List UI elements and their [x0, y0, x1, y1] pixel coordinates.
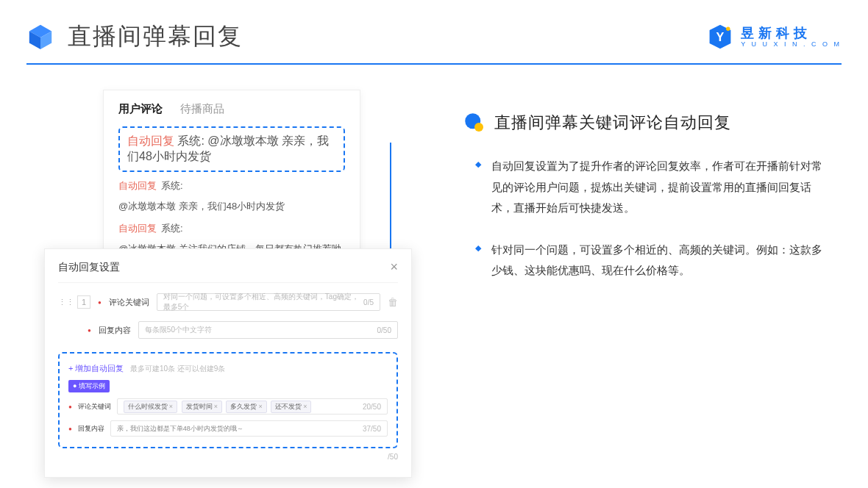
brand-name-cn: 昱新科技 [741, 26, 842, 40]
example-reply-input[interactable]: 亲，我们这边都是下单48小时内发货的哦～ 37/50 [110, 420, 388, 437]
keyword-tag[interactable]: 发货时间 [182, 401, 222, 413]
svg-point-6 [474, 123, 483, 132]
example-block: + 增加自动回复 最多可建10条 还可以创建9条 ● 填写示例 ● 评论关键词 … [58, 352, 398, 448]
message-text: @冰墩墩本墩 亲亲，我们48小时内发货 [118, 198, 285, 215]
message-row: 自动回复 系统: @冰墩墩本墩 亲亲，我们48小时内发货 [118, 178, 345, 215]
required-dot-icon: ● [98, 299, 102, 306]
keyword-tag[interactable]: 什么时候发货 [124, 401, 177, 413]
outside-count: /50 [388, 448, 398, 461]
example-keyword-label: 评论关键词 [78, 402, 111, 412]
keyword-tag[interactable]: 还不发货 [271, 401, 311, 413]
brand: Y 昱新科技 Y U U X I N . C O M [707, 24, 842, 50]
add-hint: 最多可建10条 还可以创建9条 [130, 365, 225, 373]
required-dot-icon: ● [68, 403, 72, 410]
settings-title: 自动回复设置 [58, 261, 120, 274]
page-title: 直播间弹幕回复 [68, 21, 243, 53]
trash-icon[interactable]: 🗑 [388, 296, 398, 308]
svg-point-4 [726, 27, 730, 31]
bullet-item: 针对同一个问题，可设置多个相近的、高频的关键词。例如：这款多少钱、这块能优惠吗、… [491, 240, 833, 281]
keyword-tag[interactable]: 多久发货 [226, 401, 266, 413]
bubble-icon [463, 112, 485, 134]
keyword-label: 评论关键词 [109, 297, 149, 308]
system-label: 系统: [161, 220, 183, 237]
system-label: 系统: [177, 134, 204, 147]
example-keyword-input[interactable]: 什么时候发货 发货时间 多久发货 还不发货 20/50 [117, 398, 388, 415]
reply-input[interactable]: 每条限50个中文字符 0/50 [138, 321, 398, 339]
header-left: 直播间弹幕回复 [26, 21, 243, 53]
required-dot-icon: ● [68, 426, 72, 432]
cube-icon [26, 23, 54, 51]
svg-text:Y: Y [716, 30, 725, 43]
brand-logo-icon: Y [707, 24, 733, 50]
tab-pending-goods[interactable]: 待播商品 [180, 102, 224, 116]
highlighted-message: 自动回复 系统: @冰墩墩本墩 亲亲，我们48小时内发货 [118, 126, 345, 172]
system-label: 系统: [161, 178, 183, 194]
bullet-item: 自动回复设置为了提升作者的评论回复效率，作者可在开播前针对常见的评论用户问题，提… [491, 156, 833, 219]
header: 直播间弹幕回复 Y 昱新科技 Y U U X I N . C O M [0, 0, 868, 53]
tabs: 用户评论 待播商品 [118, 102, 345, 116]
auto-reply-tag: 自动回复 [118, 220, 157, 237]
keyword-input[interactable]: 对同一个问题，可设置多个相近、高频的关键词，Tag确定，最多5个 0/5 [157, 293, 380, 311]
index-box: ⋮⋮1 [58, 295, 90, 309]
left-column: 用户评论 待播商品 自动回复 系统: @冰墩墩本墩 亲亲，我们48小时内发货 自… [88, 90, 419, 302]
auto-reply-tag: 自动回复 [127, 134, 174, 147]
required-dot-icon: ● [88, 327, 91, 334]
settings-card: 自动回复设置 × ⋮⋮1 ● 评论关键词 对同一个问题，可设置多个相近、高频的关… [44, 248, 412, 478]
example-reply-label: 回复内容 [78, 424, 104, 434]
reply-label: 回复内容 [99, 325, 131, 336]
example-badge: ● 填写示例 [68, 380, 110, 392]
add-auto-reply-link[interactable]: + 增加自动回复 [68, 364, 124, 373]
auto-reply-tag: 自动回复 [118, 178, 157, 194]
tab-user-comments[interactable]: 用户评论 [118, 102, 163, 116]
close-icon[interactable]: × [390, 259, 398, 275]
right-column: 直播间弹幕关键词评论自动回复 自动回复设置为了提升作者的评论回复效率，作者可在开… [463, 90, 833, 302]
brand-name-en: Y U U X I N . C O M [741, 41, 842, 48]
right-heading: 直播间弹幕关键词评论自动回复 [494, 112, 731, 134]
